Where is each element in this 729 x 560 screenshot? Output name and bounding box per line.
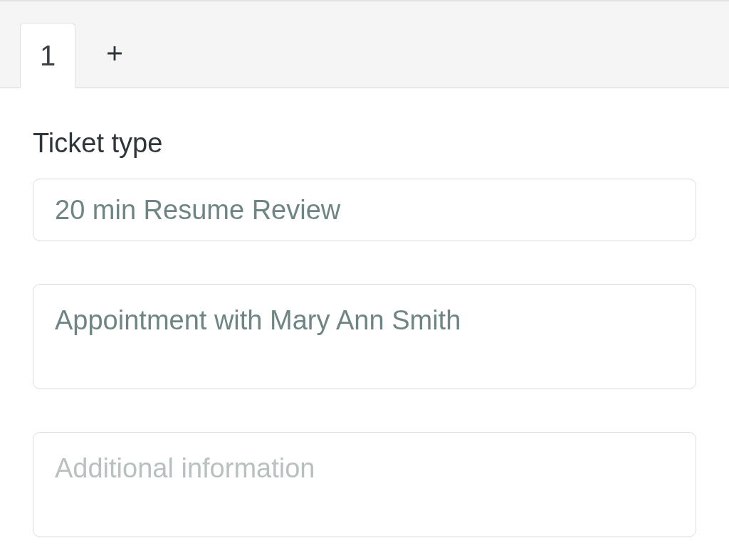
additional-info-input[interactable] [33,432,696,537]
appointment-input[interactable] [33,284,696,389]
tab-label: 1 [40,40,56,72]
ticket-type-input[interactable] [33,179,696,241]
form-content: Ticket type [0,88,729,537]
ticket-type-label: Ticket type [33,128,696,159]
tab-1[interactable]: 1 [20,23,75,88]
plus-icon [103,41,127,68]
add-tab-button[interactable] [87,22,142,88]
tab-bar: 1 [0,0,729,88]
